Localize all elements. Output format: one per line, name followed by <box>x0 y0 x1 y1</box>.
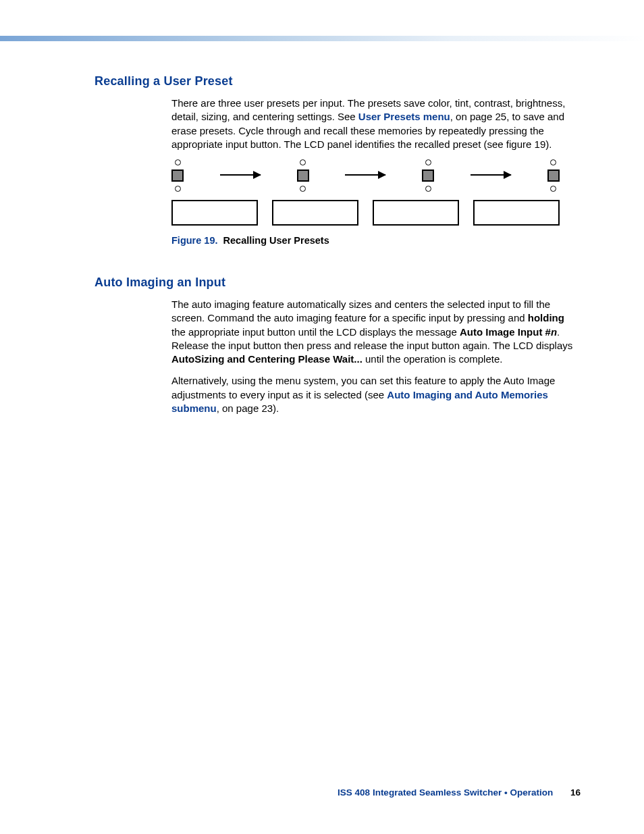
preset-unit-4 <box>547 159 560 192</box>
led-indicator-bottom <box>175 186 181 192</box>
section2-body: The auto imaging feature automatically s… <box>171 298 581 415</box>
led-indicator-bottom <box>550 186 556 192</box>
input-button-icon <box>297 170 309 182</box>
emphasis-holding: holding <box>528 312 564 323</box>
link-user-presets-menu[interactable]: User Presets menu <box>358 111 450 122</box>
figure-label: Figure 19. <box>171 235 218 246</box>
lcd-box-1 <box>171 200 258 226</box>
top-gradient-bar <box>0 36 644 41</box>
section-heading-auto-imaging: Auto Imaging an Input <box>95 276 581 290</box>
led-indicator-top <box>550 159 556 165</box>
led-indicator-top <box>425 159 431 165</box>
lcd-message-autosizing: AutoSizing and Centering Please Wait... <box>171 353 363 365</box>
figure19-label-row <box>171 200 560 226</box>
arrow-icon <box>471 174 511 176</box>
figure19-diagram <box>171 159 560 192</box>
section1-body: There are three user presets per input. … <box>171 97 581 246</box>
input-button-icon <box>171 170 184 182</box>
preset-unit-3 <box>422 159 434 192</box>
preset-unit-2 <box>297 159 309 192</box>
led-indicator-top <box>300 159 306 165</box>
preset-unit-1 <box>171 159 184 192</box>
text: until the operation is complete. <box>363 353 503 365</box>
section2: Auto Imaging an Input The auto imaging f… <box>95 276 581 415</box>
figure-title: Recalling User Presets <box>223 235 329 246</box>
text: The auto imaging feature automatically s… <box>171 298 550 323</box>
figure19-caption: Figure 19. Recalling User Presets <box>171 235 581 246</box>
arrow-icon <box>220 174 261 176</box>
footer-page-number: 16 <box>570 787 581 798</box>
page-footer: ISS 408 Integrated Seamless Switcher • O… <box>338 787 581 798</box>
text: , on page 23). <box>217 402 279 414</box>
led-indicator-top <box>175 159 181 165</box>
input-button-icon <box>547 170 560 182</box>
led-indicator-bottom <box>425 186 431 192</box>
lcd-box-3 <box>373 200 459 226</box>
section-heading-recalling: Recalling a User Preset <box>95 74 581 88</box>
led-indicator-bottom <box>300 186 306 192</box>
content-area: Recalling a User Preset There are three … <box>95 74 581 427</box>
lcd-message-auto-image: Auto Image Input # <box>460 326 551 338</box>
arrow-icon <box>345 174 385 176</box>
section2-para1: The auto imaging feature automatically s… <box>171 298 581 366</box>
lcd-message-variable: n <box>551 326 557 338</box>
section1-para1: There are three user presets per input. … <box>171 97 581 151</box>
input-button-icon <box>422 170 434 182</box>
section2-para2: Alternatively, using the menu system, yo… <box>171 374 581 415</box>
lcd-box-2 <box>272 200 358 226</box>
lcd-box-4 <box>473 200 560 226</box>
text: the appropriate input button until the L… <box>171 326 460 338</box>
footer-doc-title: ISS 408 Integrated Seamless Switcher • O… <box>338 787 553 798</box>
